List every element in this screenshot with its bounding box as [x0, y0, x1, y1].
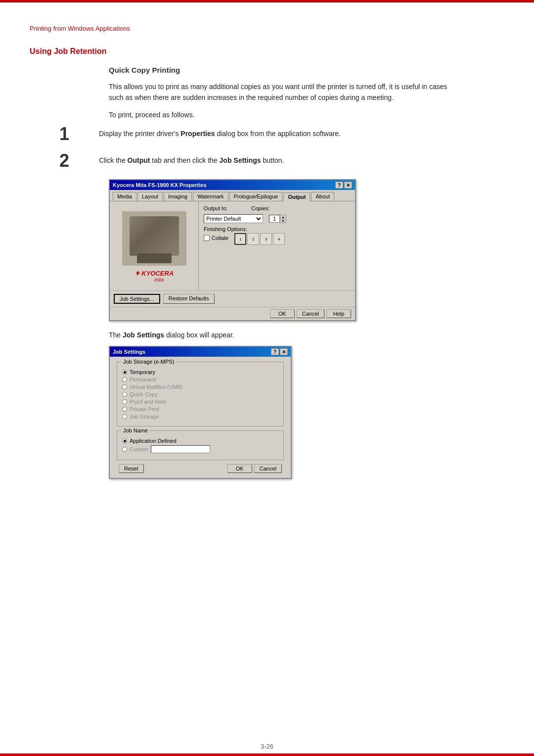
- kyocera-sub: mita: [154, 277, 164, 283]
- job-settings-dialog-screenshot: Job Settings ? ✕ Job Storage (e-MPS) Tem…: [109, 346, 504, 479]
- job-name-options: Application Defined Custom: [122, 438, 278, 453]
- output-to-label: Output to:: [204, 205, 227, 211]
- printer-dialog-title: Kyocera Mita FS-1900 KX Properties: [113, 182, 207, 188]
- restore-defaults-button[interactable]: Restore Defaults: [163, 294, 215, 304]
- radio-job-storage-label: Job Storage: [130, 414, 159, 420]
- collate-label: Collate: [212, 235, 228, 241]
- section-heading: Using Job Retention: [30, 47, 504, 56]
- radio-quick-copy-btn[interactable]: [122, 392, 127, 397]
- job-storage-title: Job Storage (e-MPS): [121, 359, 176, 365]
- bottom-border: [0, 754, 534, 756]
- finishing-icon-1[interactable]: 1: [234, 233, 246, 245]
- radio-vmb: Virtual MailBox (VMB): [122, 384, 278, 390]
- result-pre: The: [109, 331, 123, 339]
- job-name-title: Job Name: [121, 427, 150, 433]
- result-bold: Job Settings: [123, 331, 164, 339]
- js-help-button[interactable]: ?: [271, 348, 279, 355]
- radio-temporary-btn[interactable]: [122, 370, 127, 375]
- job-storage-group: Job Storage (e-MPS) Temporary Permanent: [117, 362, 284, 426]
- finishing-icon-2[interactable]: 2: [247, 233, 259, 245]
- printer-dialog-tabs: Media Layout Imaging Watermark Prologue/…: [110, 190, 355, 201]
- printer-dialog-action-row: Job Settings... Restore Defaults: [110, 290, 355, 307]
- radio-vmb-btn[interactable]: [122, 384, 127, 389]
- step1-rest: dialog box from the application software…: [215, 130, 341, 138]
- ok-button[interactable]: OK: [270, 309, 295, 318]
- printer-image-panel: ✶ KYOCERA mita: [110, 201, 199, 290]
- tab-prologue[interactable]: Prologue/Epilogue: [229, 192, 283, 201]
- radio-job-storage: Job Storage: [122, 414, 278, 420]
- js-ok-cancel-buttons: OK Cancel: [227, 464, 282, 473]
- js-close-button[interactable]: ✕: [280, 348, 288, 355]
- radio-custom: Custom: [122, 445, 278, 453]
- cancel-button[interactable]: Cancel: [297, 309, 324, 318]
- js-reset-button[interactable]: Reset: [119, 464, 144, 473]
- copies-label: Copies:: [251, 205, 269, 211]
- tab-watermark[interactable]: Watermark: [193, 192, 228, 201]
- finishing-icon-4[interactable]: 4: [273, 233, 285, 245]
- tab-media[interactable]: Media: [113, 192, 136, 201]
- radio-custom-label: Custom: [130, 446, 148, 452]
- output-to-row: Output to: Copies:: [204, 205, 350, 211]
- step2-end: button.: [261, 156, 284, 164]
- tab-output[interactable]: Output: [283, 192, 310, 201]
- step2-bold1: Output: [128, 156, 150, 164]
- radio-private-print-btn[interactable]: [122, 407, 127, 412]
- printer-output-controls: Output to: Copies: Printer Default 1 ▲ ▼: [199, 201, 355, 290]
- job-settings-title: Job Settings: [113, 349, 145, 355]
- printer-dialog-box: Kyocera Mita FS-1900 KX Properties ? ✕ M…: [109, 179, 356, 321]
- step-1: 1 Display the printer driver's Propertie…: [59, 126, 504, 144]
- radio-temporary: Temporary: [122, 369, 278, 375]
- radio-permanent-label: Permanent: [130, 377, 156, 382]
- finishing-row: Collate 1 2 3 4: [204, 233, 350, 245]
- js-ok-button[interactable]: OK: [227, 464, 252, 473]
- radio-job-storage-btn[interactable]: [122, 414, 127, 419]
- radio-private-print: Private Print: [122, 406, 278, 412]
- copies-arrows: ▲ ▼: [280, 215, 286, 223]
- kyocera-logo: ✶ KYOCERA: [134, 270, 174, 277]
- collate-checkbox[interactable]: [204, 235, 210, 241]
- radio-proof-hold-btn[interactable]: [122, 399, 127, 404]
- collate-row: Collate: [204, 235, 228, 241]
- help-button-bottom[interactable]: Help: [326, 309, 351, 318]
- step1-text: Display the printer driver's: [99, 130, 180, 138]
- job-settings-body: Job Storage (e-MPS) Temporary Permanent: [110, 357, 291, 478]
- radio-app-defined-label: Application Defined: [130, 438, 177, 444]
- radio-temporary-label: Temporary: [130, 369, 155, 375]
- radio-proof-hold: Proof and Hold: [122, 399, 278, 405]
- js-cancel-button[interactable]: Cancel: [254, 464, 282, 473]
- radio-app-defined: Application Defined: [122, 438, 278, 444]
- copies-spinner: 1 ▲ ▼: [269, 215, 286, 223]
- radio-permanent-btn[interactable]: [122, 377, 127, 382]
- help-button[interactable]: ?: [335, 182, 343, 189]
- result-text: The Job Settings dialog box will appear.: [109, 331, 504, 339]
- page-footer: 3-26: [0, 743, 534, 750]
- radio-app-defined-btn[interactable]: [122, 438, 127, 443]
- left-buttons: Job Settings... Restore Defaults: [114, 294, 215, 304]
- output-to-input-row: Printer Default 1 ▲ ▼: [204, 214, 350, 223]
- radio-proof-hold-label: Proof and Hold: [130, 399, 166, 405]
- job-settings-button[interactable]: Job Settings...: [114, 294, 160, 304]
- finishing-icons: 1 2 3 4: [234, 233, 285, 245]
- tab-layout[interactable]: Layout: [137, 192, 163, 201]
- step-number-1: 1: [59, 124, 99, 144]
- close-button[interactable]: ✕: [344, 182, 352, 189]
- step-2-content: Click the Output tab and then click the …: [99, 153, 284, 166]
- printer-dialog-bottom-row: OK Cancel Help: [110, 307, 355, 320]
- finishing-icon-3[interactable]: 3: [260, 233, 272, 245]
- job-settings-dialog: Job Settings ? ✕ Job Storage (e-MPS) Tem…: [109, 346, 292, 479]
- job-storage-options: Temporary Permanent Virtual MailBox (VMB…: [122, 369, 278, 420]
- custom-name-input[interactable]: [151, 445, 210, 453]
- radio-custom-btn[interactable]: [122, 447, 127, 452]
- output-to-select[interactable]: Printer Default: [204, 214, 263, 223]
- printer-dialog-screenshot: Kyocera Mita FS-1900 KX Properties ? ✕ M…: [109, 179, 504, 321]
- job-settings-titlebar: Job Settings ? ✕: [110, 347, 291, 357]
- tab-imaging[interactable]: Imaging: [164, 192, 192, 201]
- copies-down-arrow[interactable]: ▼: [280, 219, 286, 223]
- radio-quick-copy-label: Quick Copy: [130, 391, 158, 397]
- printer-dialog-titlebar: Kyocera Mita FS-1900 KX Properties ? ✕: [110, 180, 355, 190]
- radio-permanent: Permanent: [122, 377, 278, 382]
- copies-up-arrow[interactable]: ▲: [280, 215, 286, 219]
- finishing-options-label: Finishing Options:: [204, 226, 350, 232]
- paragraph-2: To print, proceed as follows.: [109, 109, 455, 120]
- tab-about[interactable]: About: [311, 192, 334, 201]
